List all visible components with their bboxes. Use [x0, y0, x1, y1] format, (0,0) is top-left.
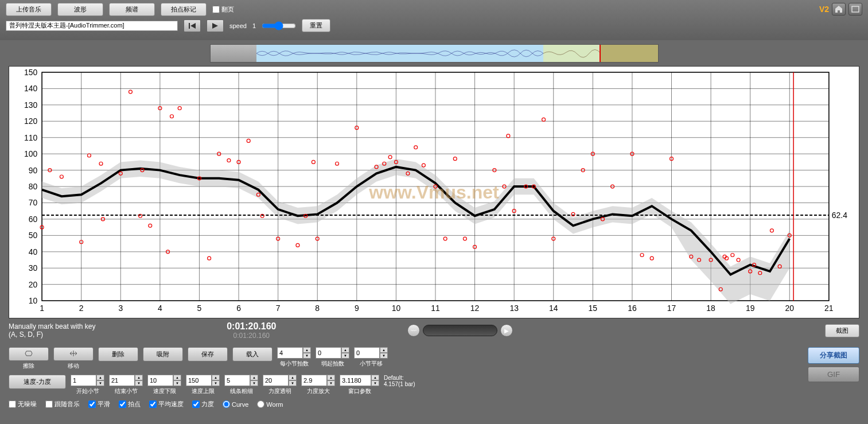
move-button[interactable] [53, 347, 94, 361]
svg-text:110: 110 [24, 133, 37, 142]
svg-text:16: 16 [628, 304, 637, 313]
svg-text:7: 7 [276, 304, 281, 313]
svg-text:140: 140 [24, 84, 37, 93]
svg-point-147 [770, 229, 773, 232]
svg-rect-0 [852, 6, 859, 12]
bar-offset-group: ▲▼ 小节平移 [354, 347, 388, 368]
top-toolbar: 上传音乐 波形 频谱 拍点标记 翻页 speed 1 重置 V2 [0, 0, 868, 40]
svg-point-87 [149, 224, 152, 227]
waveform-button[interactable]: 波形 [57, 3, 103, 16]
svg-text:14: 14 [549, 304, 558, 313]
svg-text:130: 130 [24, 100, 37, 110]
reset-button[interactable]: 重置 [302, 19, 330, 32]
speed-dynamics-button[interactable]: 速度-力度 [9, 375, 66, 389]
svg-text:4: 4 [158, 304, 162, 313]
scrub-right-icon[interactable]: ▶ [500, 324, 513, 337]
svg-point-117 [463, 237, 466, 240]
speed-label: speed [229, 22, 247, 29]
scrub-bar[interactable] [423, 325, 497, 336]
filename-input[interactable] [6, 21, 178, 31]
erase-label: 擦除 [23, 362, 34, 370]
scrub-left-icon[interactable]: 〰 [407, 324, 420, 337]
follow-music-checkbox[interactable]: 跟随音乐 [45, 400, 80, 409]
svg-text:12: 12 [470, 304, 480, 313]
beats-checkbox[interactable]: 拍点 [119, 400, 141, 409]
play-button[interactable] [207, 20, 224, 32]
svg-point-125 [542, 118, 546, 121]
prev-button[interactable] [184, 20, 201, 32]
svg-text:21: 21 [824, 304, 834, 313]
wf-segment-remaining [601, 45, 658, 62]
fullscreen-button[interactable] [848, 3, 862, 15]
wf-segment-intro [211, 45, 256, 62]
svg-text:100: 100 [24, 149, 37, 158]
worm-radio[interactable]: Worm [257, 400, 283, 408]
svg-text:13: 13 [509, 304, 519, 313]
svg-text:10: 10 [29, 296, 38, 305]
pickup-group: ▲▼ 弱起拍数 [316, 347, 349, 368]
svg-text:1: 1 [40, 304, 44, 313]
hint-line1: Manually mark beat with key [9, 322, 95, 330]
save-button[interactable]: 保存 [188, 347, 228, 361]
status-bar: Manually mark beat with key (A, S, D, F)… [0, 318, 868, 343]
svg-point-91 [178, 107, 181, 110]
upload-button[interactable]: 上传音乐 [6, 3, 52, 16]
wf-segment-current [543, 45, 601, 62]
speed-max-input[interactable] [186, 375, 212, 386]
svg-text:40: 40 [29, 247, 38, 256]
pickup-input[interactable] [316, 347, 341, 359]
svg-point-101 [296, 243, 299, 247]
svg-text:60: 60 [29, 215, 38, 224]
svg-text:2: 2 [79, 304, 84, 313]
dyn-scale-input[interactable] [301, 375, 327, 386]
svg-point-109 [388, 155, 392, 159]
screenshot-button[interactable]: 截图 [825, 324, 859, 337]
gif-button[interactable]: GIF [808, 367, 859, 382]
svg-point-81 [99, 162, 103, 165]
share-button[interactable]: 分享截图 [808, 347, 859, 364]
spectrum-button[interactable]: 频谱 [109, 3, 155, 16]
svg-point-105 [336, 162, 339, 165]
svg-text:19: 19 [746, 304, 755, 313]
svg-text:10: 10 [392, 304, 401, 313]
svg-point-142 [731, 254, 734, 257]
snap-button[interactable]: 吸附 [143, 347, 183, 361]
time-primary: 0:01:20.160 [95, 321, 407, 332]
home-button[interactable] [832, 3, 846, 15]
svg-text:62.4: 62.4 [832, 211, 847, 220]
svg-text:18: 18 [706, 304, 715, 313]
erase-button[interactable] [9, 347, 49, 361]
svg-text:9: 9 [355, 304, 359, 313]
speed-slider[interactable] [262, 21, 296, 30]
beatmark-button[interactable]: 拍点标记 [161, 3, 207, 16]
svg-text:70: 70 [29, 198, 38, 207]
svg-point-103 [312, 160, 315, 164]
avg-speed-checkbox[interactable]: 平均速度 [149, 400, 184, 409]
load-button[interactable]: 载入 [232, 347, 273, 361]
speed-value: 1 [252, 22, 256, 29]
svg-text:17: 17 [667, 304, 676, 313]
delete-button[interactable]: 删除 [98, 347, 138, 361]
svg-point-113 [422, 164, 425, 167]
line-width-input[interactable] [224, 375, 250, 386]
waveform-overview[interactable] [0, 40, 868, 66]
start-bar-input[interactable] [71, 375, 96, 386]
flip-checkbox[interactable]: 翻页 [212, 5, 234, 14]
speed-min-input[interactable] [147, 375, 173, 386]
svg-point-78 [60, 175, 63, 178]
move-icon [69, 350, 78, 357]
curve-radio[interactable]: Curve [223, 400, 248, 408]
end-bar-input[interactable] [109, 375, 135, 386]
svg-point-133 [640, 254, 644, 257]
dyn-alpha-input[interactable] [263, 375, 289, 386]
tempo-chart[interactable]: 1234567891011121314151617181920211020304… [9, 66, 859, 318]
bar-offset-input[interactable] [354, 347, 380, 359]
smooth-checkbox[interactable]: 平滑 [88, 400, 110, 409]
beats-per-bar-input[interactable] [277, 347, 303, 359]
chart-svg: 1234567891011121314151617181920211020304… [9, 67, 859, 318]
svg-point-84 [129, 90, 132, 94]
dynamics-checkbox[interactable]: 力度 [192, 400, 214, 409]
window-input[interactable] [340, 375, 371, 386]
no-noise-checkbox[interactable]: 无噪噪 [9, 400, 37, 409]
prev-icon [189, 23, 196, 29]
